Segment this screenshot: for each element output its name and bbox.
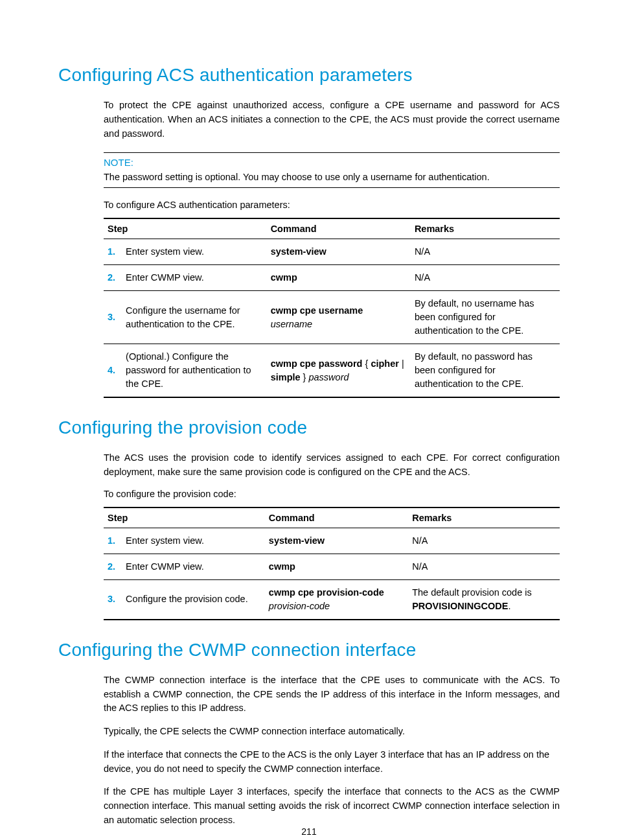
acs-auth-table: Step Command Remarks 1. Enter system vie… bbox=[104, 218, 560, 398]
paragraph: The ACS uses the provision code to ident… bbox=[58, 451, 560, 480]
step-number: 3. bbox=[104, 579, 122, 620]
step-remarks: By default, no password has been configu… bbox=[411, 344, 560, 398]
cmd-text: cwmp bbox=[271, 272, 297, 283]
note-box: NOTE: The password setting is optional. … bbox=[104, 152, 560, 188]
table-row: 3. Configure the provision code. cwmp cp… bbox=[104, 579, 560, 620]
step-number: 1. bbox=[104, 239, 122, 265]
table-row: 2. Enter CWMP view. cwmp N/A bbox=[104, 265, 560, 291]
cmd-text: } bbox=[301, 372, 309, 382]
step-command: cwmp cpe password { cipher | simple } pa… bbox=[267, 344, 411, 398]
paragraph: If the CPE has multiple Layer 3 interfac… bbox=[58, 785, 560, 827]
cmd-text: cipher bbox=[371, 358, 399, 369]
lead-in-text: To configure the provision code: bbox=[58, 489, 560, 499]
cmd-arg: provision-code bbox=[269, 601, 330, 611]
heading-acs-auth: Configuring ACS authentication parameter… bbox=[58, 65, 560, 86]
heading-provision-code: Configuring the provision code bbox=[58, 417, 560, 438]
col-header-command: Command bbox=[265, 508, 408, 528]
step-command: cwmp bbox=[267, 265, 411, 291]
step-command: cwmp cpe provision-code provision-code bbox=[265, 579, 408, 620]
note-text: The password setting is optional. You ma… bbox=[104, 172, 560, 182]
step-command: cwmp bbox=[265, 554, 408, 579]
table-row: 3. Configure the username for authentica… bbox=[104, 291, 560, 344]
col-header-step: Step bbox=[104, 218, 267, 239]
note-label: NOTE: bbox=[104, 157, 560, 168]
step-desc: Enter system view. bbox=[122, 239, 267, 265]
col-header-step: Step bbox=[104, 508, 265, 528]
cmd-text: cwmp bbox=[269, 561, 295, 572]
step-remarks: The default provision code is PROVISIONI… bbox=[408, 579, 560, 620]
remarks-text: The default provision code is bbox=[412, 587, 532, 598]
step-number: 4. bbox=[104, 344, 122, 398]
table-row: 1. Enter system view. system-view N/A bbox=[104, 528, 560, 554]
step-remarks: N/A bbox=[408, 528, 560, 554]
paragraph: If the interface that connects the CPE t… bbox=[58, 748, 560, 776]
step-desc: Enter CWMP view. bbox=[122, 554, 265, 579]
table-header-row: Step Command Remarks bbox=[104, 508, 560, 528]
table-row: 1. Enter system view. system-view N/A bbox=[104, 239, 560, 265]
step-remarks: By default, no username has been configu… bbox=[411, 291, 560, 344]
col-header-remarks: Remarks bbox=[411, 218, 560, 239]
paragraph: The CWMP connection interface is the int… bbox=[58, 673, 560, 716]
cmd-text: cwmp cpe password bbox=[271, 358, 365, 369]
cmd-arg: username bbox=[271, 319, 312, 329]
step-command: cwmp cpe username username bbox=[267, 291, 411, 344]
step-number: 2. bbox=[104, 554, 122, 579]
step-remarks: N/A bbox=[411, 265, 560, 291]
table-header-row: Step Command Remarks bbox=[104, 218, 560, 239]
cmd-text: system-view bbox=[271, 246, 326, 257]
heading-cwmp-interface: Configuring the CWMP connection interfac… bbox=[58, 640, 560, 660]
paragraph: Typically, the CPE selects the CWMP conn… bbox=[58, 725, 560, 739]
col-header-command: Command bbox=[267, 218, 411, 239]
step-number: 2. bbox=[104, 265, 122, 291]
step-desc: Enter CWMP view. bbox=[122, 265, 267, 291]
provision-code-table: Step Command Remarks 1. Enter system vie… bbox=[104, 507, 560, 620]
remarks-text: . bbox=[508, 601, 510, 611]
document-page: Configuring ACS authentication parameter… bbox=[0, 0, 618, 840]
step-command: system-view bbox=[265, 528, 408, 554]
step-desc: Configure the username for authenticatio… bbox=[122, 291, 267, 344]
step-number: 1. bbox=[104, 528, 122, 554]
cmd-text: | bbox=[399, 358, 404, 369]
step-remarks: N/A bbox=[411, 239, 560, 265]
step-remarks: N/A bbox=[408, 554, 560, 579]
page-number: 211 bbox=[0, 826, 618, 837]
cmd-text: simple bbox=[271, 372, 301, 382]
table-row: 2. Enter CWMP view. cwmp N/A bbox=[104, 554, 560, 579]
paragraph: To protect the CPE against unauthorized … bbox=[58, 99, 560, 141]
cmd-text: cwmp cpe username bbox=[271, 305, 363, 316]
step-number: 3. bbox=[104, 291, 122, 344]
table-row: 4. (Optional.) Configure the password fo… bbox=[104, 344, 560, 398]
cmd-text: cwmp cpe provision-code bbox=[269, 587, 384, 598]
col-header-remarks: Remarks bbox=[408, 508, 560, 528]
lead-in-text: To configure ACS authentication paramete… bbox=[58, 200, 560, 210]
cmd-text: system-view bbox=[269, 535, 325, 546]
step-command: system-view bbox=[267, 239, 411, 265]
step-desc: Configure the provision code. bbox=[122, 579, 265, 620]
step-desc: (Optional.) Configure the password for a… bbox=[122, 344, 267, 398]
cmd-arg: password bbox=[308, 372, 349, 382]
step-desc: Enter system view. bbox=[122, 528, 265, 554]
remarks-bold: PROVISIONINGCODE bbox=[412, 601, 508, 611]
